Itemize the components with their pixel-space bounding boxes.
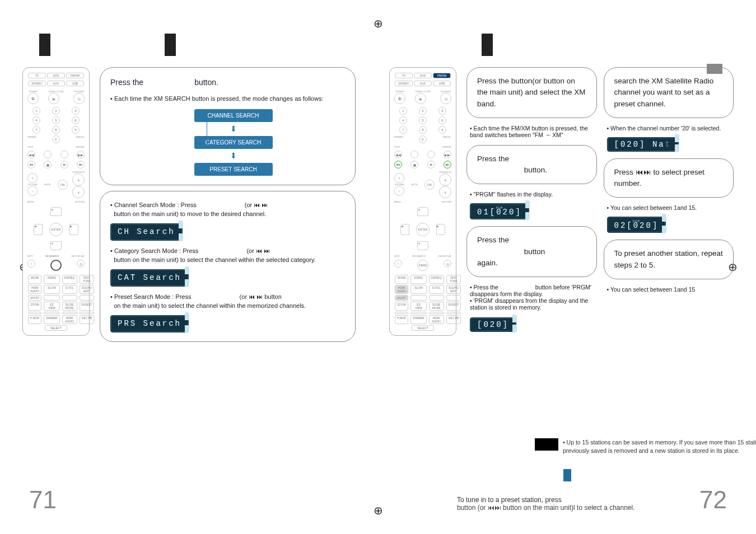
flow-category-search: CATEGORY SEARCH xyxy=(194,136,273,149)
footer-tip: To tune in to a preset station, press bu… xyxy=(457,496,692,512)
lcd-step4: [020] Nat xyxy=(607,137,679,152)
lcd-prs-search: PRS Search xyxy=(110,315,189,332)
page-right: TVDVDFM/XM DVIDEOAUXUSB POWER⏻ OPEN/ CLO… xyxy=(378,0,756,534)
lcd-cat-search: CAT Search xyxy=(110,269,189,287)
right-step-4: search the XM Satellite Radio channel yo… xyxy=(604,67,734,118)
page-number-left: 71 xyxy=(29,486,57,514)
lcd-step3: [020] xyxy=(470,317,516,332)
power-icon: ⏻ xyxy=(27,93,39,104)
right-step-5: Press ⏮⏭ to select preset number. xyxy=(604,158,734,198)
page-spread: TVDVDFM/XM DVIDEOAUXUSB POWER⏻ OPEN/ CLO… xyxy=(0,0,756,534)
right-step-3-notes: Press the button before 'PRGM' disappear… xyxy=(466,284,597,332)
note-icon xyxy=(535,438,558,451)
remote-illustration-left: TVDVDFM/XM DVIDEOAUXUSB POWER⏻ OPEN/ CLO… xyxy=(22,67,90,336)
flow-preset-search: PRESET SEARCH xyxy=(194,163,273,176)
page-left: TVDVDFM/XM DVIDEOAUXUSB POWER⏻ OPEN/ CLO… xyxy=(0,0,378,534)
right-step-1-note: Each time the FM/XM button is pressed, t… xyxy=(466,125,597,138)
arrow-down-icon: ⬇ xyxy=(230,150,237,162)
right-step-6: To preset another station, repeat steps … xyxy=(604,240,734,279)
right-step-2: Press the button. xyxy=(466,145,597,185)
arrow-down-icon: ⬇ xyxy=(230,123,237,135)
right-step-4-note: When the channel number '20' is selected… xyxy=(604,125,734,152)
memory-note: Up to 15 stations can be saved in memory… xyxy=(535,438,756,456)
right-step-5-note: You can select between 1and 15. PGM02[02… xyxy=(604,204,734,233)
blue-tab xyxy=(563,469,571,481)
lcd-ch-search: CH Search xyxy=(110,223,183,241)
right-step-1: Press the button(or button on the main u… xyxy=(466,67,597,118)
lcd-step5: PGM02[020] xyxy=(607,217,666,233)
left-step-1: Press the XM SEARCH button. Each time th… xyxy=(100,67,356,185)
step-note: Each time the XM SEARCH button is presse… xyxy=(110,94,345,104)
right-step-2-note: "PRGM" flashes in the display. PGM01[020… xyxy=(466,191,597,219)
left-step-2: • Channel Search Mode : Press (or ⏮ ⏭ bu… xyxy=(100,191,356,342)
right-step-3: Press the button again. xyxy=(466,226,597,277)
page-number-right: 72 xyxy=(699,486,727,514)
lcd-step2: PGM01[020] xyxy=(470,203,529,219)
remote-illustration-right: TVDVDFM/XM DVIDEOAUXUSB POWER⏻ OPEN/ CLO… xyxy=(389,67,456,336)
step-title: Press the XM SEARCH button. xyxy=(110,77,345,88)
right-step-6-note: You can select between 1and 15 xyxy=(604,286,734,293)
